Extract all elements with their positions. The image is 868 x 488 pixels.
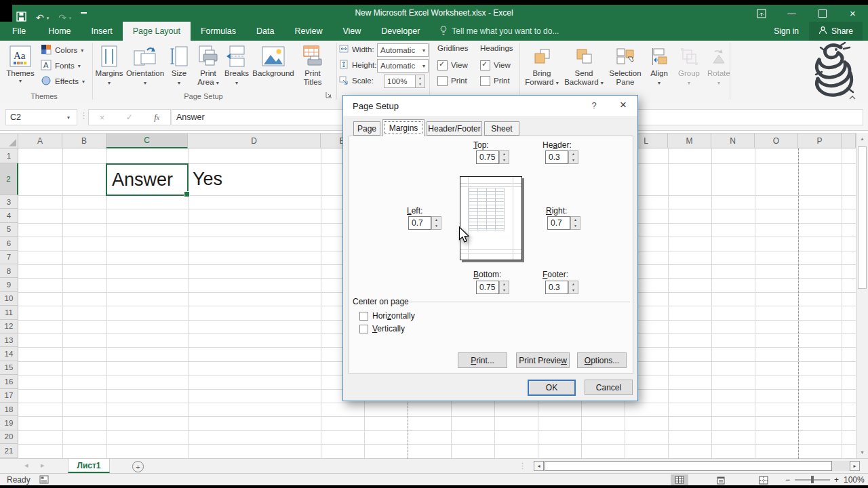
column-header-P[interactable]: P xyxy=(798,134,842,148)
selected-cell-C2[interactable]: Answer xyxy=(106,163,189,196)
row-header-4[interactable]: 4 xyxy=(0,209,18,222)
row-header-19[interactable]: 19 xyxy=(0,416,18,430)
tab-scroll-splitter[interactable]: ⋮ xyxy=(519,462,526,470)
sheet-tab-list1[interactable]: Лист1 xyxy=(68,459,110,473)
horizontal-scroll-thumb[interactable] xyxy=(545,461,832,471)
page-layout-view-icon[interactable] xyxy=(712,474,730,485)
zoom-slider-thumb[interactable] xyxy=(811,476,814,483)
print-titles-button[interactable]: PrintTitles xyxy=(296,42,330,100)
horizontally-checkbox[interactable] xyxy=(359,312,368,321)
name-box[interactable]: ▾ xyxy=(5,109,77,125)
headings-print-checkbox[interactable]: Print xyxy=(480,74,510,87)
row-header-15[interactable]: 15 xyxy=(0,361,18,375)
page-setup-dialog-launcher-icon[interactable] xyxy=(326,91,332,100)
effects-button[interactable]: Effects▾ xyxy=(41,75,85,88)
tab-data[interactable]: Data xyxy=(246,22,284,41)
footer-margin-input[interactable] xyxy=(545,281,568,294)
spin-up-icon[interactable]: ▲ xyxy=(569,281,578,287)
zoom-percent[interactable]: 100% xyxy=(844,475,865,485)
row-header-10[interactable]: 10 xyxy=(0,292,18,306)
insert-function-icon[interactable]: fx xyxy=(154,112,159,123)
spin-up-icon[interactable]: ▲ xyxy=(569,151,578,157)
column-header-N[interactable]: N xyxy=(711,134,755,148)
row-header-8[interactable]: 8 xyxy=(0,264,18,278)
selection-pane-button[interactable]: SelectionPane xyxy=(606,42,644,100)
macro-record-icon[interactable] xyxy=(39,475,49,486)
column-header-A[interactable]: A xyxy=(18,134,62,148)
tab-developer[interactable]: Developer xyxy=(371,22,430,41)
spin-down-icon[interactable]: ▼ xyxy=(569,157,578,163)
background-button[interactable]: Background xyxy=(252,42,294,100)
tab-review[interactable]: Review xyxy=(284,22,332,41)
share-button[interactable]: Share xyxy=(809,22,863,41)
row-header-9[interactable]: 9 xyxy=(0,278,18,291)
top-margin-spinner[interactable]: ▲▼ xyxy=(499,150,509,164)
height-dropdown[interactable]: Automatic▾ xyxy=(377,59,429,73)
gridlines-print-checkbox[interactable]: Print xyxy=(437,74,467,87)
scroll-down-icon[interactable]: ▼ xyxy=(858,450,867,455)
right-margin-input[interactable] xyxy=(547,216,570,230)
send-backward-button[interactable]: SendBackward ▾ xyxy=(563,42,605,100)
row-header-21[interactable]: 21 xyxy=(0,444,18,458)
dialog-help-icon[interactable]: ? xyxy=(587,100,601,110)
column-header-C[interactable]: C xyxy=(106,134,188,148)
spin-down-icon[interactable]: ▼ xyxy=(432,223,441,229)
gridlines-print-check-icon[interactable] xyxy=(437,76,448,86)
spin-up-icon[interactable]: ▲ xyxy=(571,217,580,223)
vertical-scroll-thumb[interactable] xyxy=(858,146,867,289)
row-header-13[interactable]: 13 xyxy=(0,333,18,347)
footer-margin-spinner[interactable]: ▲▼ xyxy=(568,281,578,294)
orientation-button[interactable]: Orientation▾ xyxy=(126,42,164,100)
sheet-nav-right-icon[interactable]: ▸ xyxy=(41,461,45,470)
scale-input[interactable]: 100% xyxy=(384,75,418,88)
bring-forward-button[interactable]: BringForward ▾ xyxy=(522,42,561,100)
enter-formula-icon[interactable]: ✓ xyxy=(126,113,133,122)
row-header-14[interactable]: 14 xyxy=(0,347,18,361)
new-sheet-button[interactable]: + xyxy=(132,461,144,472)
left-margin-input[interactable] xyxy=(408,216,431,230)
options-button[interactable]: Options... xyxy=(577,352,627,368)
bottom-margin-input[interactable] xyxy=(476,281,499,294)
row-header-3[interactable]: 3 xyxy=(0,195,18,209)
print-preview-button[interactable]: Print Preview xyxy=(516,352,570,368)
tab-file[interactable]: File xyxy=(0,22,38,41)
cancel-button[interactable]: Cancel xyxy=(585,380,633,395)
row-header-5[interactable]: 5 xyxy=(0,223,18,237)
row-header-11[interactable]: 11 xyxy=(0,306,18,319)
spin-down-icon[interactable]: ▼ xyxy=(571,223,580,229)
cancel-formula-icon[interactable]: × xyxy=(100,113,105,123)
dialog-close-icon[interactable]: × xyxy=(614,98,632,112)
left-margin-spinner[interactable]: ▲▼ xyxy=(431,216,441,230)
colors-button[interactable]: Colors▾ xyxy=(41,43,83,57)
zoom-in-icon[interactable]: + xyxy=(834,475,839,485)
spin-up-icon[interactable]: ▲ xyxy=(500,281,509,287)
right-margin-spinner[interactable]: ▲▼ xyxy=(570,216,580,230)
row-header-6[interactable]: 6 xyxy=(0,237,18,250)
normal-view-icon[interactable] xyxy=(671,474,688,485)
row-header-20[interactable]: 20 xyxy=(0,430,18,444)
ok-button[interactable]: OK xyxy=(528,380,576,396)
print-button[interactable]: Print... xyxy=(458,352,507,368)
fonts-button[interactable]: A Fonts▾ xyxy=(41,59,81,73)
column-header-B[interactable]: B xyxy=(62,134,106,148)
horizontal-scroll-track[interactable] xyxy=(832,461,850,471)
spin-down-icon[interactable]: ▼ xyxy=(569,287,578,293)
row-header-17[interactable]: 17 xyxy=(0,389,18,403)
gridlines-view-check-icon[interactable] xyxy=(437,60,448,70)
dialog-tab-page[interactable]: Page xyxy=(353,121,380,136)
sheet-nav-left-icon[interactable]: ◂ xyxy=(24,461,28,470)
column-header-partial[interactable] xyxy=(842,134,856,148)
row-header-12[interactable]: 12 xyxy=(0,320,18,333)
fill-handle[interactable] xyxy=(184,191,190,197)
hscroll-left-icon[interactable]: ◂ xyxy=(534,461,544,471)
dialog-tab-header-footer[interactable]: Header/Footer xyxy=(427,121,482,136)
spin-down-icon[interactable]: ▼ xyxy=(500,287,509,293)
tell-me-box[interactable]: Tell me what you want to do... xyxy=(430,22,568,41)
tab-home[interactable]: Home xyxy=(38,22,81,41)
page-break-preview-icon[interactable] xyxy=(755,474,772,485)
row-header-16[interactable]: 16 xyxy=(0,375,18,388)
close-button[interactable]: × xyxy=(837,5,868,22)
spin-up-icon[interactable]: ▲ xyxy=(500,151,509,157)
maximize-button[interactable] xyxy=(807,5,837,22)
tab-formulas[interactable]: Formulas xyxy=(191,22,246,41)
